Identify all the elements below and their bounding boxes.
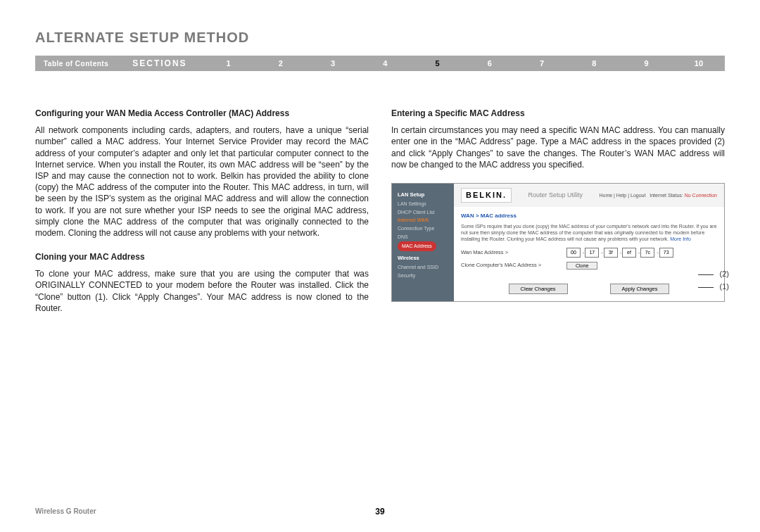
- side-chan-ssid: Channel and SSID: [398, 263, 448, 272]
- nav-numbers: 1 2 3 4 5 6 7 8 9 10: [203, 59, 725, 68]
- fig-link-home: Home: [599, 193, 612, 198]
- belkin-logo: BELKIN.: [461, 188, 512, 203]
- nav-num-6[interactable]: 6: [464, 59, 516, 68]
- mac-field-5[interactable]: [640, 248, 654, 258]
- nav-num-5[interactable]: 5: [412, 59, 464, 68]
- nav-toc[interactable]: Table of Contents: [35, 60, 117, 68]
- mac-field-2[interactable]: [585, 248, 599, 258]
- nav-num-10[interactable]: 10: [673, 59, 725, 68]
- fig-description: Some ISPs require that you clone (copy) …: [461, 223, 717, 242]
- nav-num-9[interactable]: 9: [621, 59, 673, 68]
- nav-num-2[interactable]: 2: [255, 59, 307, 68]
- router-screenshot-figure: LAN Setup LAN Settings DHCP Client List …: [391, 183, 725, 302]
- mac-field-4[interactable]: [622, 248, 636, 258]
- side-lan-setup: LAN Setup: [398, 191, 448, 200]
- clone-button[interactable]: Clone: [566, 262, 597, 270]
- fig-status-value: No Connection: [685, 193, 717, 198]
- left-para-2: To clone your MAC address, make sure tha…: [35, 268, 369, 314]
- left-heading-2: Cloning your MAC Address: [35, 251, 369, 262]
- mac-field-6[interactable]: [659, 248, 673, 258]
- right-para-1: In certain circumstances you may need a …: [391, 125, 725, 170]
- fig-status-label: Internet Status:: [650, 193, 683, 198]
- page-title: ALTERNATE SETUP METHOD: [35, 30, 725, 46]
- side-internet-wan: Internet WAN: [398, 216, 448, 224]
- side-security: Security: [398, 272, 448, 280]
- fig-row-clone: Clone Computer's MAC Address > Clone: [461, 262, 717, 270]
- fig-wan-mac-label: Wan Mac Address >: [461, 249, 566, 256]
- footer-page-number: 39: [375, 507, 384, 517]
- mac-field-1[interactable]: [566, 248, 581, 258]
- callout-2: (2): [720, 269, 729, 279]
- right-heading-1: Entering a Specific MAC Address: [391, 108, 725, 119]
- nav-num-8[interactable]: 8: [568, 59, 620, 68]
- side-conn-type: Connection Type: [398, 224, 448, 233]
- apply-changes-button[interactable]: Apply Changes: [610, 284, 670, 294]
- clear-changes-button[interactable]: Clear Changes: [509, 284, 568, 294]
- fig-link-help: Help: [616, 193, 626, 198]
- nav-num-3[interactable]: 3: [307, 59, 359, 68]
- right-column: Entering a Specific MAC Address In certa…: [391, 108, 725, 327]
- fig-breadcrumb: WAN > MAC address: [461, 213, 717, 220]
- side-wireless: Wireless: [398, 254, 448, 263]
- side-dhcp: DHCP Client List: [398, 208, 448, 217]
- fig-row-wan-mac: Wan Mac Address > - - - - -: [461, 248, 717, 258]
- fig-clone-label: Clone Computer's MAC Address >: [461, 262, 566, 269]
- fig-sidebar: LAN Setup LAN Settings DHCP Client List …: [392, 184, 454, 301]
- side-dns: DNS: [398, 233, 448, 241]
- fig-top-links: Home | Help | Logout Internet Status: No…: [599, 192, 717, 198]
- side-lan-settings: LAN Settings: [398, 200, 448, 208]
- callout-1: (1): [720, 281, 729, 292]
- left-heading-1: Configuring your WAN Media Access Contro…: [35, 108, 369, 119]
- nav-num-4[interactable]: 4: [359, 59, 411, 68]
- nav-num-1[interactable]: 1: [203, 59, 255, 68]
- fig-more-info-link: More Info: [670, 236, 691, 241]
- mac-field-3[interactable]: [604, 248, 618, 258]
- nav-sections-label: SECTIONS: [117, 58, 202, 68]
- footer-product: Wireless G Router: [35, 507, 96, 515]
- fig-link-logout: Logout: [631, 193, 645, 198]
- left-para-1: All network components including cards, …: [35, 125, 369, 239]
- section-navbar: Table of Contents SECTIONS 1 2 3 4 5 6 7…: [35, 56, 725, 71]
- left-column: Configuring your WAN Media Access Contro…: [35, 108, 369, 327]
- fig-utility-title: Router Setup Utility: [528, 191, 583, 199]
- nav-num-7[interactable]: 7: [516, 59, 568, 68]
- side-mac-address-active: MAC Address: [398, 241, 436, 251]
